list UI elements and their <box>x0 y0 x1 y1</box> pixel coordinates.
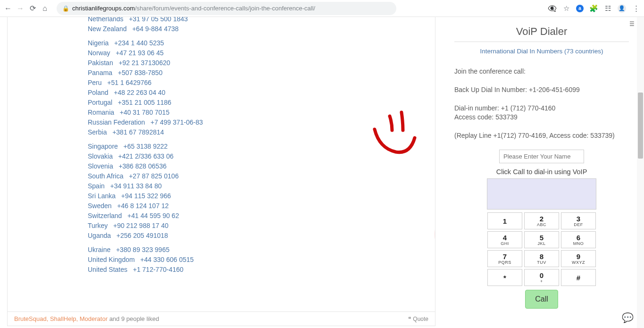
scrollbar[interactable] <box>637 17 644 328</box>
keypad-key-5[interactable]: 5JKL <box>524 231 559 248</box>
keypad-key-6[interactable]: 6MNO <box>561 231 596 248</box>
star-icon[interactable]: ☆ <box>562 4 570 13</box>
page-menu-icon[interactable]: ☰ <box>629 21 635 27</box>
keypad-key-2[interactable]: 2ABC <box>524 212 559 229</box>
dialin-number-line: Dial-in number: +1 (712) 770-4160 <box>454 104 629 113</box>
keypad-key-3[interactable]: 3DEF <box>561 212 596 229</box>
dial-in-row[interactable]: Panama +507 838-7850 <box>88 68 203 78</box>
chat-icon[interactable]: 💬 <box>622 312 634 323</box>
browser-toolbar: ← → ⟳ ⌂ 🔒 christianlifegroups.com/share/… <box>0 0 644 17</box>
dial-in-row[interactable]: Sri Lanka +94 115 322 966 <box>88 191 203 201</box>
home-icon[interactable]: ⌂ <box>41 4 49 13</box>
address-bar[interactable]: 🔒 christianlifegroups.com/share/forum/ev… <box>57 2 396 15</box>
dial-in-row[interactable]: Nigeria +234 1 440 5235 <box>88 38 203 48</box>
dial-in-row[interactable]: Peru +51 1 6429766 <box>88 78 203 88</box>
join-line: Join the conference call: <box>454 67 629 76</box>
url-host: christianlifegroups.com/share/forum/even… <box>72 5 315 12</box>
quote-label: Quote <box>413 316 428 322</box>
puzzle-icon[interactable]: 🧩 <box>589 4 598 13</box>
keypad-key-0[interactable]: 0+ <box>524 269 559 286</box>
quote-icon: ❝ <box>408 316 411 322</box>
keypad-key-4[interactable]: 4GHI <box>487 231 522 248</box>
dial-in-row[interactable]: Slovenia +386 828 06536 <box>88 161 203 171</box>
dial-in-row[interactable]: Serbia +381 67 7892814 <box>88 127 203 137</box>
keypad-key-#[interactable]: # <box>561 269 596 286</box>
voip-sidebar: VoiP Dialer International Dial In Number… <box>454 25 629 309</box>
dial-in-number-list: Netherlands +31 97 05 500 1843New Zealan… <box>88 17 203 279</box>
liker-names[interactable]: BruteSquad, ShallHelp, Moderator <box>14 315 108 322</box>
scribble-drawing <box>366 26 435 326</box>
caller-name-input[interactable] <box>499 150 584 163</box>
post-footer: BruteSquad, ShallHelp, Moderator and 9 p… <box>8 311 435 326</box>
voip-dialer-widget: Click Call to dial-in using VoIP 12ABC3D… <box>481 150 602 309</box>
dial-in-row[interactable]: Uganda +256 205 491018 <box>88 231 203 241</box>
intl-numbers-link[interactable]: International Dial In Numbers (73 countr… <box>454 48 629 55</box>
forward-icon[interactable]: → <box>16 4 25 13</box>
backup-number-line: Back Up Dial In Number: +1-206-451-6099 <box>454 85 629 94</box>
dial-in-row[interactable]: Singapore +65 3138 9222 <box>88 142 203 151</box>
dial-in-row[interactable]: Russian Federation +7 499 371-06-83 <box>88 118 203 127</box>
reload-icon[interactable]: ⟳ <box>28 4 37 13</box>
dial-in-row[interactable]: Slovakia +421 2/336 633 06 <box>88 151 203 161</box>
dial-in-row[interactable]: Poland +48 22 263 04 40 <box>88 88 203 98</box>
access-code-line: Access code: 533739 <box>454 113 629 122</box>
dial-in-row[interactable]: United States +1 712-770-4160 <box>88 265 203 275</box>
divider <box>454 42 629 42</box>
liker-rest: and 9 people liked <box>108 315 159 322</box>
quote-button[interactable]: ❝ Quote <box>408 316 428 322</box>
dialer-display[interactable] <box>487 178 596 210</box>
back-icon[interactable]: ← <box>4 4 12 13</box>
voip-title: VoiP Dialer <box>454 25 629 38</box>
eye-off-icon[interactable]: 👁️‍🗨️ <box>548 4 556 13</box>
dial-in-row[interactable]: Turkey +90 212 988 17 40 <box>88 221 203 231</box>
extension-a-icon[interactable]: a <box>576 5 584 12</box>
dial-in-row[interactable]: Pakistan +92 21 37130620 <box>88 58 203 68</box>
dial-in-row[interactable]: Netherlands +31 97 05 500 1843 <box>88 17 203 24</box>
dial-in-row[interactable]: United Kingdom +44 330 606 0515 <box>88 255 203 265</box>
page-viewport: ☰ Netherlands +31 97 05 500 1843New Zeal… <box>0 17 644 328</box>
scrollbar-thumb[interactable] <box>638 93 643 159</box>
dial-in-row[interactable]: Ukraine +380 89 323 9965 <box>88 245 203 255</box>
dial-in-row[interactable]: Romania +40 31 780 7015 <box>88 108 203 118</box>
dial-in-row[interactable]: Switzerland +41 44 595 90 62 <box>88 211 203 221</box>
playlist-icon[interactable]: ☷ <box>603 4 612 13</box>
forum-post: Netherlands +31 97 05 500 1843New Zealan… <box>7 17 435 326</box>
dial-in-row[interactable]: Spain +34 911 33 84 80 <box>88 181 203 191</box>
keypad-key-9[interactable]: 9WXYZ <box>561 250 596 267</box>
keypad-key-7[interactable]: 7PQRS <box>487 250 522 267</box>
dial-in-row[interactable]: South Africa +27 87 825 0106 <box>88 171 203 181</box>
lock-icon: 🔒 <box>62 5 69 12</box>
call-button[interactable]: Call <box>525 290 558 309</box>
dial-in-row[interactable]: Portugal +351 21 005 1186 <box>88 98 203 108</box>
dial-in-row[interactable]: New Zealand +64 9-884 4738 <box>88 24 203 34</box>
keypad-key-8[interactable]: 8TUV <box>524 250 559 267</box>
dialer-subtitle: Click Call to dial-in using VoIP <box>481 168 602 176</box>
replay-line: (Replay Line +1(712) 770-4169, Access co… <box>454 131 629 140</box>
keypad-key-*[interactable]: * <box>487 269 522 286</box>
dial-in-row[interactable]: Sweden +46 8 124 107 12 <box>88 201 203 211</box>
dial-in-row[interactable]: Norway +47 21 93 06 45 <box>88 48 203 58</box>
dialer-keypad: 12ABC3DEF4GHI5JKL6MNO7PQRS8TUV9WXYZ*0+# <box>481 212 602 286</box>
keypad-key-1[interactable]: 1 <box>487 212 522 229</box>
profile-avatar[interactable]: 👤 <box>618 4 626 13</box>
kebab-menu-icon[interactable]: ⋮ <box>632 4 640 13</box>
